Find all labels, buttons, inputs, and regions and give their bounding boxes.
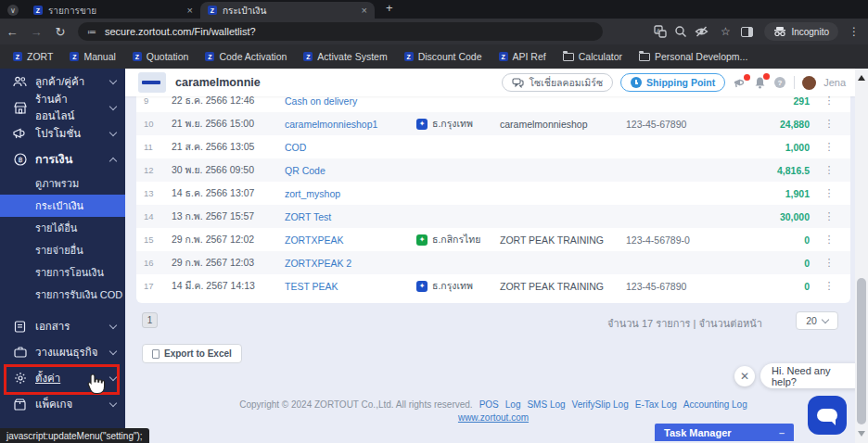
bookmark-item[interactable]: ZAPI Ref — [499, 51, 546, 62]
sub-item-label: รายการโอนเงิน — [35, 264, 104, 281]
social-commerce-button[interactable]: โซเชี่ยลคอมเมิร์ซ — [502, 73, 613, 92]
table-row[interactable]: 11 21 ส.ค. 2566 13:05 COD ✦ 1,000 ⋮ — [136, 135, 850, 158]
table-row[interactable]: 16 29 ก.พ. 2567 12:03 ZORTXPEAK 2 ✦ 0 ⋮ — [136, 251, 850, 274]
bank-name: ธ.กสิกรไทย — [432, 232, 480, 247]
browser-menu-icon[interactable]: ⋮ — [844, 25, 864, 38]
table-row[interactable]: 17 14 มี.ค. 2567 14:13 TEST PEAK ✦ธ.กรุง… — [136, 274, 850, 297]
sidebar-item-package[interactable]: แพ็คเกจ — [0, 391, 125, 417]
row-menu-icon[interactable]: ⋮ — [815, 118, 843, 130]
wallet-name-link[interactable]: zort_myshop — [285, 188, 416, 199]
table-row[interactable]: 15 29 ก.พ. 2567 12:02 ZORTXPEAK ✦ธ.กสิกร… — [136, 228, 850, 251]
bookmark-item[interactable]: Calculator — [563, 51, 622, 62]
task-manager-bar[interactable]: Task Manager – — [655, 424, 794, 441]
scroll-up-arrow[interactable] — [858, 71, 865, 81]
sidebar-item-online-store[interactable]: ร้านค้าออนไลน์ — [0, 95, 125, 120]
row-menu-icon[interactable]: ⋮ — [815, 210, 843, 222]
sidebar-item-settings[interactable]: ตั้งค่า — [0, 365, 125, 391]
minimize-button[interactable]: – — [779, 427, 785, 438]
footer-link[interactable]: VerifySlip Log — [572, 399, 629, 410]
row-menu-icon[interactable]: ⋮ — [815, 164, 843, 176]
table-row[interactable]: 12 30 พ.ย. 2566 09:50 QR Code ✦ 4,816.5 … — [136, 158, 850, 182]
announcement-icon[interactable] — [733, 77, 747, 89]
chat-help-bubble[interactable]: Hi. Need any help? — [760, 363, 868, 388]
scroll-down-arrow[interactable] — [858, 431, 865, 440]
browser-tab-wallet[interactable]: Z กระเป๋าเงิน × — [200, 2, 375, 19]
row-menu-icon[interactable]: ⋮ — [815, 141, 843, 153]
tab-list-icon[interactable]: ∨ — [7, 5, 19, 16]
footer-link[interactable]: Log — [505, 399, 521, 410]
bookmark-item[interactable]: Personal Developm... — [639, 51, 747, 62]
sidebar-sub-cod[interactable]: รายการรับเงิน COD — [0, 284, 125, 306]
shipping-point-button[interactable]: Shipping Point — [620, 73, 725, 92]
row-menu-icon[interactable]: ⋮ — [815, 187, 843, 199]
chevron-down-icon — [822, 315, 829, 323]
storefront-icon — [13, 102, 27, 114]
address-bar[interactable]: ≔ secure.zortout.com/Fin/walletlist? — [78, 22, 603, 41]
back-button[interactable]: ← — [0, 25, 24, 39]
footer-link[interactable]: SMS Log — [527, 399, 565, 410]
sidebar-sub-other-income[interactable]: รายได้อื่น — [0, 217, 125, 239]
bookmark-star-icon[interactable]: ☆ — [715, 25, 735, 38]
wallet-name-link[interactable]: COD — [285, 142, 416, 153]
bookmark-item[interactable]: ZManual — [70, 51, 115, 62]
bookmark-item[interactable]: ZActivate System — [303, 51, 387, 62]
tab-close-icon[interactable]: × — [362, 5, 367, 16]
table-row[interactable]: 10 21 พ.ย. 2566 15:00 caramelmonnieshop1… — [136, 112, 850, 135]
footer-link[interactable]: POS — [479, 399, 499, 410]
user-avatar[interactable] — [802, 76, 816, 90]
svg-text:฿: ฿ — [18, 156, 22, 164]
table-row[interactable]: 13 14 ธ.ค. 2566 13:07 zort_myshop ✦ 1,90… — [136, 182, 850, 205]
chat-launcher-button[interactable] — [808, 396, 847, 435]
export-excel-button[interactable]: Export to Excel — [142, 344, 242, 363]
sidebar-item-finance[interactable]: ฿ การเงิน — [0, 146, 125, 172]
sidebar-sub-other-expense[interactable]: รายจ่ายอื่น — [0, 239, 125, 261]
store-logo[interactable] — [138, 72, 166, 93]
sidebar-sub-overview[interactable]: ดูภาพรวม — [0, 172, 125, 195]
help-icon[interactable]: ? — [773, 76, 786, 89]
site-settings-icon[interactable]: ≔ — [87, 27, 97, 37]
sidebar-item-documents[interactable]: เอกสาร — [0, 313, 125, 339]
sidebar-sub-transfer[interactable]: รายการโอนเงิน — [0, 261, 125, 284]
forward-button[interactable]: → — [24, 25, 48, 39]
bell-icon[interactable] — [754, 76, 766, 89]
row-menu-icon[interactable]: ⋮ — [815, 257, 843, 269]
reload-button[interactable]: ↻ — [48, 25, 72, 39]
export-label: Export to Excel — [164, 348, 232, 359]
new-tab-button[interactable]: + — [386, 1, 393, 15]
table-row[interactable]: 14 13 ก.พ. 2567 15:57 ZORT Test ✦ 30,000… — [136, 205, 850, 228]
footer-link[interactable]: E-Tax Log — [635, 399, 677, 410]
wallet-name-link[interactable]: QR Code — [285, 165, 416, 176]
page-1-button[interactable]: 1 — [142, 312, 158, 328]
site-link[interactable]: www.zortout.com — [458, 412, 529, 423]
translate-icon[interactable]: A — [654, 25, 674, 38]
account-number: 123-45-67890 — [626, 119, 735, 130]
per-page-select[interactable]: 20 — [796, 311, 838, 330]
wallet-name-link[interactable]: Cash on delivery — [285, 95, 416, 107]
eye-off-icon[interactable] — [695, 25, 715, 38]
wallet-name-link[interactable]: caramelmonnieshop1 — [285, 119, 416, 130]
sidebar-item-promotion[interactable]: โปรโมชั่น — [0, 120, 125, 146]
amount: 30,000 — [735, 211, 815, 222]
bookmark-item[interactable]: ZCode Activation — [205, 51, 287, 62]
row-menu-icon[interactable]: ⋮ — [815, 280, 843, 292]
wallet-name-link[interactable]: ZORT Test — [285, 211, 416, 222]
chat-close-button[interactable]: ✕ — [734, 366, 755, 386]
page-scrollbar[interactable] — [855, 69, 868, 443]
footer-link[interactable]: Accounting Log — [683, 399, 747, 410]
wallet-name-link[interactable]: TEST PEAK — [285, 281, 416, 292]
zoom-icon[interactable] — [674, 25, 695, 38]
scrollbar-thumb[interactable] — [857, 278, 866, 424]
user-name[interactable]: Jena — [823, 77, 846, 88]
browser-tab-sales[interactable]: Z รายการขาย × — [26, 2, 200, 19]
bank-icon: ✦ — [416, 281, 428, 292]
bookmark-item[interactable]: ZDiscount Code — [404, 51, 482, 62]
wallet-name-link[interactable]: ZORTXPEAK — [285, 234, 416, 246]
wallet-name-link[interactable]: ZORTXPEAK 2 — [285, 258, 416, 269]
tab-close-icon[interactable]: × — [187, 5, 193, 16]
row-menu-icon[interactable]: ⋮ — [815, 234, 843, 246]
sidebar-sub-wallet[interactable]: กระเป๋าเงิน — [0, 195, 125, 217]
bookmark-item[interactable]: ZZORT — [13, 51, 53, 62]
sidebar-item-business-plan[interactable]: วางแผนธุรกิจ — [0, 339, 125, 365]
bookmark-item[interactable]: ZQuotation — [133, 51, 189, 62]
side-panel-icon[interactable] — [741, 27, 753, 37]
